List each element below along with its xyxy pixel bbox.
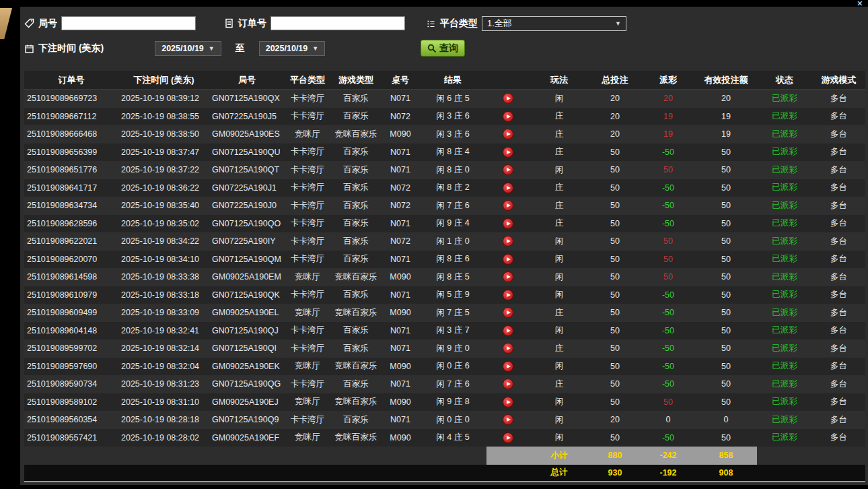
game-type-cell: 百家乐 [330,251,382,269]
game-mode-cell: 多台 [812,304,865,322]
table-row[interactable]: 251019089560354 2025-10-19 08:28:18 GN07… [24,411,865,429]
table-row[interactable]: 251019089599702 2025-10-19 08:32:14 GN07… [24,339,865,358]
platform-select[interactable]: 1.全部 ▼ [482,16,626,31]
platform-cell: 竞咪厅 [285,358,330,376]
table-no-cell: M090 [382,268,419,286]
table-row[interactable]: 251019089656399 2025-10-19 08:37:47 GN07… [24,143,865,162]
table-no-cell: N071 [382,215,419,233]
table-row[interactable]: 251019089614598 2025-10-19 08:33:38 GM09… [24,268,865,286]
table-no-cell: M090 [382,429,419,447]
game-mode-cell: 多台 [812,161,865,179]
play-icon[interactable] [503,236,513,247]
table-row[interactable]: 251019089620070 2025-10-19 08:34:10 GN07… [24,251,865,269]
table-row[interactable]: 251019089669723 2025-10-19 08:39:12 GN07… [24,90,865,108]
status-badge: 已派彩 [757,286,812,304]
table-no-cell: N071 [382,286,419,304]
result-cell: 闲 7 庄 6 [419,197,486,215]
table-row[interactable]: 251019089641717 2025-10-19 08:36:22 GN07… [24,179,865,197]
order-input[interactable] [270,16,405,30]
replay-cell [486,429,530,447]
table-no-cell: N071 [382,411,419,429]
play-icon[interactable] [503,147,513,158]
platform-cell: 卡卡湾厅 [285,411,330,429]
table-no-cell: N072 [382,197,419,215]
play-icon[interactable] [503,432,513,443]
table-row[interactable]: 251019089622021 2025-10-19 08:34:22 GN07… [24,232,865,251]
result-cell: 闲 8 庄 0 [419,161,486,179]
valid-bet-cell: 50 [695,161,757,179]
game-mode-cell: 多台 [812,286,865,304]
replay-cell [486,339,530,358]
round-filter-group: 局号 [24,16,196,30]
play-icon[interactable] [503,343,513,354]
table-row[interactable]: 251019089651776 2025-10-19 08:37:22 GN07… [24,161,865,179]
table-row[interactable]: 251019089628596 2025-10-19 08:35:02 GN07… [24,215,865,233]
play-icon[interactable] [503,200,513,211]
empty-cell [330,465,382,482]
play-icon[interactable] [503,183,513,193]
play-icon[interactable] [503,397,513,408]
date-from-picker[interactable]: 2025/10/19 ▼ [155,41,221,56]
empty-cell [24,447,118,465]
status-badge: 已派彩 [757,108,812,126]
app-window: × 局号 订单号 平台类型 1.全部 [0,0,868,489]
play-icon[interactable] [503,307,513,318]
play-icon[interactable] [503,414,513,425]
valid-bet-cell: 50 [695,268,757,286]
result-cell: 闲 8 庄 5 [419,268,486,286]
bet-time-cell: 2025-10-19 08:39:12 [118,90,209,108]
table-row[interactable]: 251019089610979 2025-10-19 08:33:18 GN07… [24,286,865,304]
play-icon[interactable] [503,361,513,372]
play-icon[interactable] [503,111,513,122]
table-row[interactable]: 251019089667112 2025-10-19 08:38:55 GN07… [24,108,865,126]
status-badge: 已派彩 [757,232,812,251]
table-row[interactable]: 251019089609499 2025-10-19 08:33:09 GM09… [24,304,865,322]
payout-cell: -50 [641,429,695,447]
table-no-cell: N071 [382,161,419,179]
grand-total-row: 总计 930 -192 908 [24,465,865,483]
order-id-cell: 251019089557421 [24,429,118,447]
round-id-cell: GM09025A190EK [209,358,285,376]
play-icon[interactable] [503,129,513,139]
table-row[interactable]: 251019089597690 2025-10-19 08:32:04 GM09… [24,358,865,376]
play-type-cell: 庄 [530,143,589,162]
table-row[interactable]: 251019089590734 2025-10-19 08:31:23 GN07… [24,375,865,393]
order-id-cell: 251019089610979 [24,286,118,304]
play-icon[interactable] [503,218,513,229]
play-icon[interactable] [503,325,513,336]
table-row[interactable]: 251019089604148 2025-10-19 08:32:41 GN07… [24,322,865,340]
result-cell: 闲 3 庄 6 [419,108,486,126]
game-mode-cell: 多台 [812,375,865,393]
round-id-cell: GN07125A190Q9 [209,411,285,429]
replay-cell [486,232,530,251]
play-icon[interactable] [503,379,513,389]
search-button[interactable]: 查询 [421,40,465,57]
column-header: 游戏类型 [330,71,382,89]
order-id-cell: 251019089622021 [24,232,118,251]
total-bet-cell: 50 [589,179,641,197]
payout-cell: 0 [641,411,695,429]
total-bet-cell: 50 [589,251,641,269]
round-id-cell: GN07125A190QU [209,143,285,162]
bet-time-cell: 2025-10-19 08:34:22 [118,232,209,251]
order-id-cell: 251019089589102 [24,393,118,412]
table-body: 251019089669723 2025-10-19 08:39:12 GN07… [24,90,865,447]
play-icon[interactable] [503,254,513,265]
play-icon[interactable] [503,290,513,300]
status-badge: 已派彩 [757,143,812,162]
play-icon[interactable] [503,271,513,282]
round-input[interactable] [61,16,196,30]
round-id-cell: GM09025A190EM [209,268,285,286]
play-icon[interactable] [503,164,513,175]
column-header: 桌号 [382,71,419,89]
table-no-cell: M090 [382,393,419,412]
round-id-cell: GN07125A190QK [209,286,285,304]
table-row[interactable]: 251019089589102 2025-10-19 08:31:10 GM09… [24,393,865,412]
game-type-cell: 竞咪百家乐 [330,393,382,412]
date-to-picker[interactable]: 2025/10/19 ▼ [259,41,325,56]
total-label: 总计 [530,465,589,482]
play-icon[interactable] [503,93,513,104]
table-row[interactable]: 251019089666468 2025-10-19 08:38:50 GM09… [24,125,865,143]
table-row[interactable]: 251019089557421 2025-10-19 08:28:02 GM09… [24,429,865,447]
table-row[interactable]: 251019089634734 2025-10-19 08:35:40 GN07… [24,197,865,215]
